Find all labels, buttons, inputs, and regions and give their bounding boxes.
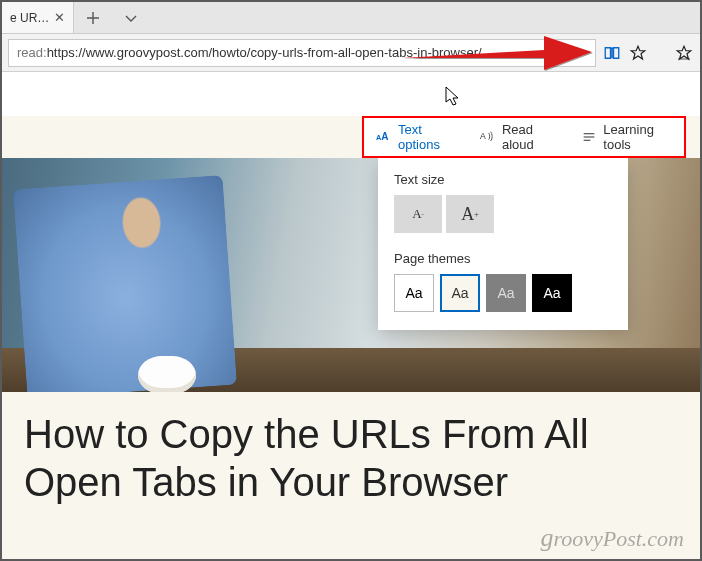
learning-tools-button[interactable]: Learning tools — [569, 118, 684, 156]
url-field[interactable]: read:https://www.groovypost.com/howto/co… — [8, 39, 596, 67]
theme-sepia[interactable]: Aa — [440, 274, 480, 312]
chevron-down-icon — [124, 11, 138, 25]
new-tab-button[interactable] — [74, 2, 112, 33]
url-prefix: read: — [17, 45, 47, 60]
article-title: How to Copy the URLs From All Open Tabs … — [2, 392, 700, 506]
reading-toolbar: AA Text options A Read aloud Learning to… — [362, 116, 686, 158]
increase-text-button[interactable]: A+ — [446, 195, 494, 233]
favorites-hub-icon[interactable] — [674, 43, 694, 63]
browser-tab[interactable]: e URLs I ✕ — [2, 2, 74, 33]
plus-icon — [86, 11, 100, 25]
text-options-label: Text options — [398, 122, 456, 152]
watermark: groovyPost.com — [540, 523, 684, 553]
reading-view-icon[interactable] — [602, 43, 622, 63]
read-aloud-label: Read aloud — [502, 122, 557, 152]
decrease-text-button[interactable]: A- — [394, 195, 442, 233]
theme-dark[interactable]: Aa — [532, 274, 572, 312]
theme-light[interactable]: Aa — [394, 274, 434, 312]
text-options-dropdown: Text size A- A+ Page themes Aa Aa Aa Aa — [378, 158, 628, 330]
learning-tools-icon — [581, 129, 597, 145]
tab-bar: e URLs I ✕ — [2, 2, 700, 34]
address-bar: read:https://www.groovypost.com/howto/co… — [2, 34, 700, 72]
close-icon[interactable]: ✕ — [54, 10, 65, 25]
read-aloud-icon: A — [480, 129, 496, 145]
favorite-star-icon[interactable] — [628, 43, 648, 63]
text-options-button[interactable]: AA Text options — [364, 118, 468, 156]
svg-text:A: A — [381, 131, 388, 142]
text-size-label: Text size — [394, 172, 612, 187]
theme-gray[interactable]: Aa — [486, 274, 526, 312]
cursor-icon — [445, 86, 463, 108]
tabs-dropdown-button[interactable] — [112, 2, 150, 33]
read-aloud-button[interactable]: A Read aloud — [468, 118, 569, 156]
svg-text:A: A — [480, 131, 486, 141]
url-text: https://www.groovypost.com/howto/copy-ur… — [47, 45, 482, 60]
learning-tools-label: Learning tools — [603, 122, 672, 152]
page-themes-label: Page themes — [394, 251, 612, 266]
tab-title: e URLs I — [10, 11, 50, 25]
text-options-icon: AA — [376, 129, 392, 145]
